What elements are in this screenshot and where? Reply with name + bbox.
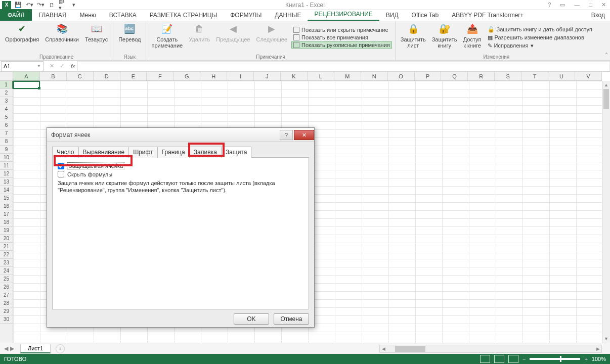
tab-menu[interactable]: Меню <box>73 9 102 21</box>
tab-view[interactable]: ВИД <box>379 9 405 21</box>
locked-checkbox[interactable] <box>58 163 64 169</box>
horizontal-scrollbar[interactable]: ◀ ▶ <box>379 345 602 353</box>
row-header[interactable]: 4 <box>0 105 13 113</box>
row-header[interactable]: 29 <box>0 307 13 315</box>
tab-insert[interactable]: ВСТАВКА <box>103 9 143 21</box>
column-header[interactable]: I <box>227 72 254 80</box>
row-header[interactable]: 6 <box>0 121 13 129</box>
column-header[interactable]: Q <box>441 72 468 80</box>
protect-book-button[interactable]: 🔐Защитить книгу <box>430 22 459 50</box>
column-header[interactable]: L <box>308 72 334 80</box>
chevron-down-icon[interactable]: ▼ <box>37 64 41 68</box>
dlg-tab-font[interactable]: Шрифт <box>128 147 157 158</box>
row-header[interactable]: 8 <box>0 138 13 146</box>
row-header[interactable]: 1 <box>0 81 13 89</box>
dlg-tab-protect[interactable]: Защита <box>221 147 252 158</box>
dlg-tab-align[interactable]: Выравнивание <box>78 147 129 158</box>
qat-more-icon[interactable]: ▾ <box>70 1 78 9</box>
fx-icon[interactable]: fx <box>69 63 77 69</box>
view-normal-icon[interactable] <box>480 355 490 363</box>
row-header[interactable]: 16 <box>0 202 13 210</box>
dlg-tab-number[interactable]: Число <box>52 147 79 158</box>
save-icon[interactable]: 💾 <box>14 1 22 9</box>
cancel-button[interactable]: Отмена <box>274 313 309 325</box>
row-header[interactable]: 5 <box>0 113 13 121</box>
showall-comments[interactable]: Показать все примечания <box>291 34 370 41</box>
tab-home[interactable]: ГЛАВНАЯ <box>32 9 73 21</box>
row-header[interactable]: 10 <box>0 154 13 162</box>
zoom-slider[interactable] <box>530 358 580 360</box>
locked-checkbox-row[interactable]: Защищаемая ячейка <box>58 162 303 169</box>
column-header[interactable]: M <box>334 72 361 80</box>
allow-ranges[interactable]: ▦Разрешить изменение диапазонов <box>486 34 586 41</box>
tab-layout[interactable]: РАЗМЕТКА СТРАНИЦЫ <box>143 9 224 21</box>
row-header[interactable]: 11 <box>0 162 13 170</box>
login-link[interactable]: Вход <box>589 10 607 21</box>
row-header[interactable]: 18 <box>0 218 13 226</box>
add-sheet-button[interactable]: + <box>56 344 65 353</box>
row-header[interactable]: 13 <box>0 178 13 186</box>
help-icon[interactable]: ? <box>546 2 553 8</box>
column-headers[interactable]: ABCDEFGHIJKLMNOPQRSTUV <box>0 72 602 81</box>
row-header[interactable]: 30 <box>0 315 13 324</box>
new-comment-button[interactable]: 📝Создать примечание <box>149 22 185 50</box>
dialog-close-button[interactable]: ✕ <box>294 130 314 140</box>
redo-icon[interactable]: ↷▾ <box>36 1 45 9</box>
tab-abbyy[interactable]: ABBYY PDF Transformer+ <box>445 9 530 21</box>
protect-share[interactable]: 🔓Защитить книгу и дать общий доступ <box>486 26 594 33</box>
open-icon[interactable]: 🗐▾ <box>59 1 67 9</box>
translate-button[interactable]: 🔤Перевод <box>116 22 143 43</box>
new-icon[interactable]: 🗋 <box>48 1 56 9</box>
undo-icon[interactable]: ↶▾ <box>25 1 33 9</box>
column-header[interactable]: V <box>575 72 602 80</box>
scroll-right-icon[interactable]: ▶ <box>594 346 601 351</box>
column-header[interactable]: H <box>200 72 227 80</box>
zoom-value[interactable]: 100% <box>592 356 606 362</box>
column-header[interactable]: F <box>147 72 173 80</box>
view-layout-icon[interactable] <box>494 355 504 363</box>
zoom-out-icon[interactable]: − <box>522 356 526 362</box>
name-box[interactable]: A1▼ <box>1 61 43 71</box>
research-button[interactable]: 📚Справочники <box>43 22 81 43</box>
column-header[interactable]: O <box>388 72 415 80</box>
dialog-help-button[interactable]: ? <box>280 130 293 140</box>
row-header[interactable]: 23 <box>0 259 13 267</box>
column-header[interactable]: T <box>521 72 548 80</box>
hidden-checkbox[interactable] <box>58 171 64 177</box>
ok-button[interactable]: OK <box>234 313 269 325</box>
scroll-thumb[interactable] <box>395 346 425 352</box>
close-icon[interactable]: ✕ <box>599 2 608 8</box>
scroll-left-icon[interactable]: ◀ <box>380 346 387 351</box>
column-header[interactable]: E <box>120 72 147 80</box>
column-header[interactable]: G <box>173 72 200 80</box>
row-header[interactable]: 12 <box>0 170 13 178</box>
row-header[interactable]: 22 <box>0 251 13 259</box>
row-header[interactable]: 19 <box>0 226 13 235</box>
show-ink[interactable]: Показать рукописные примечания <box>291 41 392 49</box>
ribbon-opts-icon[interactable]: ▭ <box>558 2 567 8</box>
row-header[interactable]: 20 <box>0 235 13 243</box>
column-header[interactable]: C <box>67 72 94 80</box>
row-header[interactable]: 24 <box>0 267 13 275</box>
thesaurus-button[interactable]: 📖Тезаурус <box>83 22 110 43</box>
tab-data[interactable]: ДАННЫЕ <box>268 9 308 21</box>
column-header[interactable]: B <box>40 72 67 80</box>
row-header[interactable]: 15 <box>0 194 13 202</box>
column-header[interactable]: U <box>548 72 575 80</box>
scroll-up-icon[interactable]: ▲ <box>602 81 610 89</box>
excel-icon[interactable]: X <box>2 1 11 9</box>
formula-input[interactable] <box>77 61 610 71</box>
column-header[interactable]: K <box>281 72 308 80</box>
showhide-comment[interactable]: Показать или скрыть примечание <box>291 26 390 33</box>
column-header[interactable]: A <box>13 72 40 80</box>
dialog-titlebar[interactable]: Формат ячеек ? ✕ <box>47 128 314 142</box>
column-header[interactable]: S <box>495 72 521 80</box>
tab-review[interactable]: РЕЦЕНЗИРОВАНИЕ <box>308 8 379 21</box>
scroll-thumb[interactable] <box>603 89 609 109</box>
column-header[interactable]: D <box>94 72 120 80</box>
protect-sheet-button[interactable]: 🔒Защитить лист <box>399 22 428 50</box>
collapse-ribbon-icon[interactable]: ˄ <box>605 52 608 59</box>
row-header[interactable]: 14 <box>0 186 13 194</box>
row-header[interactable]: 27 <box>0 291 13 299</box>
tab-formulas[interactable]: ФОРМУЛЫ <box>224 9 268 21</box>
